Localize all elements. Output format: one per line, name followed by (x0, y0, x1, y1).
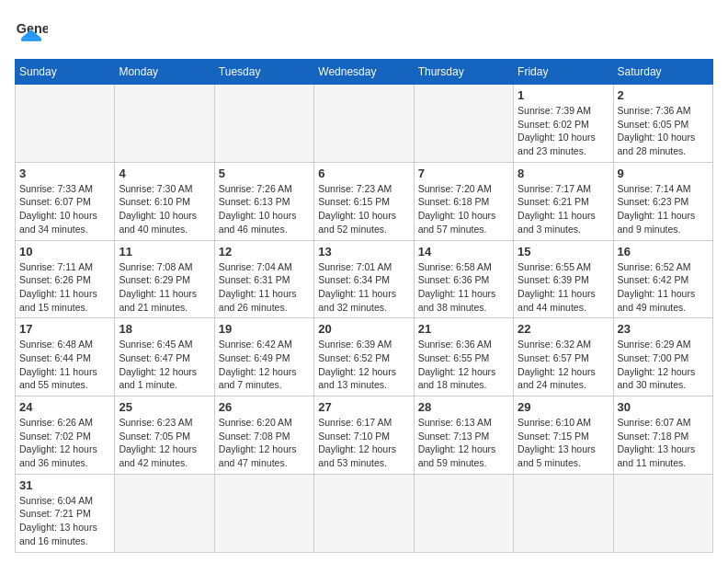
day-info: Sunrise: 7:30 AMSunset: 6:10 PMDaylight:… (119, 182, 210, 236)
day-number: 19 (219, 322, 310, 336)
day-info: Sunrise: 7:36 AMSunset: 6:05 PMDaylight:… (618, 104, 709, 158)
logo: General (15, 15, 51, 48)
day-number: 12 (219, 245, 310, 259)
calendar-cell: 24Sunrise: 6:26 AMSunset: 7:02 PMDayligh… (16, 396, 115, 475)
day-info: Sunrise: 6:45 AMSunset: 6:47 PMDaylight:… (119, 338, 210, 392)
day-info: Sunrise: 7:33 AMSunset: 6:07 PMDaylight:… (19, 182, 110, 236)
day-number: 1 (518, 88, 609, 102)
calendar-cell: 22Sunrise: 6:32 AMSunset: 6:57 PMDayligh… (514, 318, 613, 396)
calendar-cell: 25Sunrise: 6:23 AMSunset: 7:05 PMDayligh… (115, 396, 214, 475)
calendar-cell: 28Sunrise: 6:13 AMSunset: 7:13 PMDayligh… (414, 396, 513, 475)
weekday-header-wednesday: Wednesday (314, 60, 414, 85)
day-number: 16 (618, 245, 709, 259)
calendar-week-3: 17Sunrise: 6:48 AMSunset: 6:44 PMDayligh… (16, 318, 713, 396)
day-number: 5 (219, 167, 310, 180)
weekday-header-tuesday: Tuesday (214, 60, 313, 85)
day-number: 18 (119, 322, 210, 336)
calendar-week-2: 10Sunrise: 7:11 AMSunset: 6:26 PMDayligh… (16, 240, 713, 318)
header: General (15, 15, 713, 48)
calendar-week-0: 1Sunrise: 7:39 AMSunset: 6:02 PMDaylight… (16, 85, 713, 163)
calendar-cell: 7Sunrise: 7:20 AMSunset: 6:18 PMDaylight… (414, 162, 513, 240)
day-number: 8 (518, 167, 609, 180)
day-info: Sunrise: 7:14 AMSunset: 6:23 PMDaylight:… (618, 182, 709, 236)
calendar-cell: 5Sunrise: 7:26 AMSunset: 6:13 PMDaylight… (214, 162, 313, 240)
calendar-week-1: 3Sunrise: 7:33 AMSunset: 6:07 PMDaylight… (16, 162, 713, 240)
day-info: Sunrise: 7:04 AMSunset: 6:31 PMDaylight:… (219, 260, 310, 315)
day-info: Sunrise: 7:11 AMSunset: 6:26 PMDaylight:… (19, 260, 110, 315)
day-info: Sunrise: 6:48 AMSunset: 6:44 PMDaylight:… (19, 338, 110, 392)
day-info: Sunrise: 6:20 AMSunset: 7:08 PMDaylight:… (219, 416, 310, 470)
calendar-cell (314, 85, 414, 163)
day-info: Sunrise: 6:36 AMSunset: 6:55 PMDaylight:… (418, 338, 509, 392)
weekday-header-thursday: Thursday (414, 60, 513, 85)
day-number: 29 (518, 400, 609, 414)
day-info: Sunrise: 7:17 AMSunset: 6:21 PMDaylight:… (518, 182, 609, 236)
calendar-cell: 20Sunrise: 6:39 AMSunset: 6:52 PMDayligh… (314, 318, 414, 396)
calendar-cell: 15Sunrise: 6:55 AMSunset: 6:39 PMDayligh… (514, 240, 613, 318)
day-info: Sunrise: 7:23 AMSunset: 6:15 PMDaylight:… (318, 182, 409, 236)
day-info: Sunrise: 6:07 AMSunset: 7:18 PMDaylight:… (618, 416, 709, 470)
weekday-header-sunday: Sunday (16, 60, 115, 85)
day-info: Sunrise: 6:52 AMSunset: 6:42 PMDaylight:… (618, 260, 709, 315)
day-number: 10 (19, 245, 110, 259)
day-info: Sunrise: 6:29 AMSunset: 7:00 PMDaylight:… (618, 338, 709, 392)
calendar-cell: 18Sunrise: 6:45 AMSunset: 6:47 PMDayligh… (115, 318, 214, 396)
day-number: 24 (19, 400, 110, 414)
calendar-cell: 19Sunrise: 6:42 AMSunset: 6:49 PMDayligh… (214, 318, 313, 396)
calendar-cell: 1Sunrise: 7:39 AMSunset: 6:02 PMDaylight… (514, 85, 613, 163)
calendar-cell: 8Sunrise: 7:17 AMSunset: 6:21 PMDaylight… (514, 162, 613, 240)
day-number: 7 (418, 167, 509, 180)
day-info: Sunrise: 6:39 AMSunset: 6:52 PMDaylight:… (318, 338, 409, 392)
day-number: 26 (219, 400, 310, 414)
day-info: Sunrise: 6:55 AMSunset: 6:39 PMDaylight:… (518, 260, 609, 315)
day-number: 6 (318, 167, 409, 180)
calendar-cell (414, 85, 513, 163)
day-number: 14 (418, 245, 509, 259)
weekday-header-row: SundayMondayTuesdayWednesdayThursdayFrid… (16, 60, 713, 85)
calendar-cell: 23Sunrise: 6:29 AMSunset: 7:00 PMDayligh… (613, 318, 712, 396)
calendar-cell: 29Sunrise: 6:10 AMSunset: 7:15 PMDayligh… (514, 396, 613, 475)
calendar-cell: 3Sunrise: 7:33 AMSunset: 6:07 PMDaylight… (16, 162, 115, 240)
day-info: Sunrise: 6:42 AMSunset: 6:49 PMDaylight:… (219, 338, 310, 392)
day-number: 15 (518, 245, 609, 259)
calendar-cell (314, 474, 414, 552)
svg-rect-2 (21, 38, 41, 41)
day-info: Sunrise: 7:01 AMSunset: 6:34 PMDaylight:… (318, 260, 409, 315)
day-number: 25 (119, 400, 210, 414)
calendar-cell: 10Sunrise: 7:11 AMSunset: 6:26 PMDayligh… (16, 240, 115, 318)
calendar-cell (16, 85, 115, 163)
day-number: 31 (19, 478, 110, 492)
day-number: 21 (418, 322, 509, 336)
day-info: Sunrise: 7:20 AMSunset: 6:18 PMDaylight:… (418, 182, 509, 236)
calendar-cell: 14Sunrise: 6:58 AMSunset: 6:36 PMDayligh… (414, 240, 513, 318)
day-number: 11 (119, 245, 210, 259)
calendar-cell: 4Sunrise: 7:30 AMSunset: 6:10 PMDaylight… (115, 162, 214, 240)
calendar-week-4: 24Sunrise: 6:26 AMSunset: 7:02 PMDayligh… (16, 396, 713, 475)
calendar-cell (115, 85, 214, 163)
day-number: 20 (318, 322, 409, 336)
calendar-cell: 6Sunrise: 7:23 AMSunset: 6:15 PMDaylight… (314, 162, 414, 240)
day-info: Sunrise: 6:17 AMSunset: 7:10 PMDaylight:… (318, 416, 409, 470)
day-number: 28 (418, 400, 509, 414)
day-number: 9 (618, 167, 709, 180)
day-number: 17 (19, 322, 110, 336)
day-info: Sunrise: 6:13 AMSunset: 7:13 PMDaylight:… (418, 416, 509, 470)
day-info: Sunrise: 7:08 AMSunset: 6:29 PMDaylight:… (119, 260, 210, 315)
calendar-cell: 27Sunrise: 6:17 AMSunset: 7:10 PMDayligh… (314, 396, 414, 475)
calendar-cell (414, 474, 513, 552)
calendar-cell: 21Sunrise: 6:36 AMSunset: 6:55 PMDayligh… (414, 318, 513, 396)
day-number: 3 (19, 167, 110, 180)
day-number: 13 (318, 245, 409, 259)
calendar-cell: 13Sunrise: 7:01 AMSunset: 6:34 PMDayligh… (314, 240, 414, 318)
calendar-cell: 2Sunrise: 7:36 AMSunset: 6:05 PMDaylight… (613, 85, 712, 163)
day-info: Sunrise: 6:58 AMSunset: 6:36 PMDaylight:… (418, 260, 509, 315)
day-info: Sunrise: 7:26 AMSunset: 6:13 PMDaylight:… (219, 182, 310, 236)
day-number: 22 (518, 322, 609, 336)
calendar-week-5: 31Sunrise: 6:04 AMSunset: 7:21 PMDayligh… (16, 474, 713, 552)
weekday-header-monday: Monday (115, 60, 214, 85)
calendar-cell: 9Sunrise: 7:14 AMSunset: 6:23 PMDaylight… (613, 162, 712, 240)
calendar-cell (214, 85, 313, 163)
calendar-cell: 30Sunrise: 6:07 AMSunset: 7:18 PMDayligh… (613, 396, 712, 475)
day-number: 23 (618, 322, 709, 336)
day-info: Sunrise: 6:23 AMSunset: 7:05 PMDaylight:… (119, 416, 210, 470)
